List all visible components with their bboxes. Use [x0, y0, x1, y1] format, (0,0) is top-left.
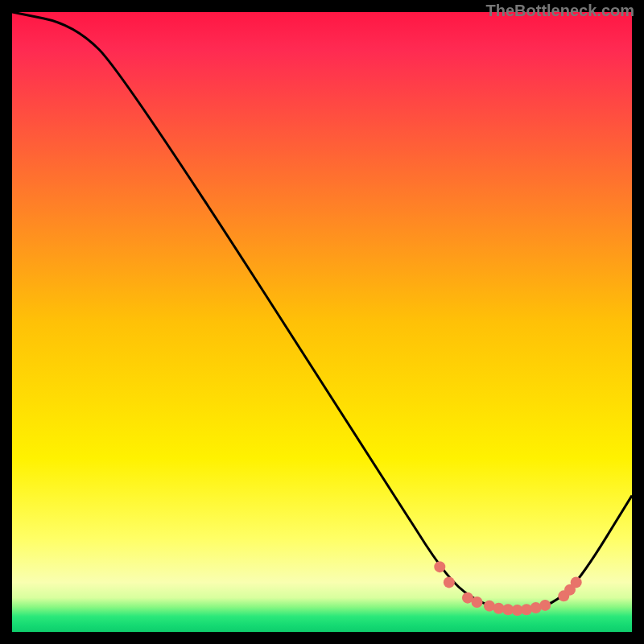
- bottleneck-curve: [12, 12, 632, 610]
- data-point: [539, 600, 551, 611]
- data-point: [472, 597, 483, 608]
- curve-layer: [12, 12, 632, 632]
- data-point: [444, 576, 455, 588]
- data-point: [434, 561, 445, 572]
- data-point: [521, 604, 532, 615]
- watermark-text: TheBottleneck.com: [486, 2, 634, 20]
- chart-container: [12, 12, 632, 632]
- data-point: [571, 576, 582, 588]
- data-points: [434, 561, 581, 616]
